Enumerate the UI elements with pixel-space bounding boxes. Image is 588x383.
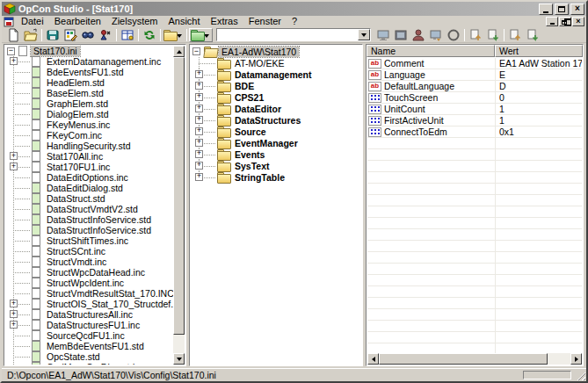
tree-root-item[interactable]: − Stat170.ini	[5, 46, 173, 56]
refresh-button[interactable]	[141, 28, 158, 42]
tree-item[interactable]: HandlingSecurity.std	[5, 141, 173, 151]
expander-icon[interactable]: +	[195, 162, 203, 170]
property-row[interactable]: Language E	[367, 69, 582, 81]
expander-icon[interactable]: +	[195, 150, 203, 158]
tree-item[interactable]: + Stat170All.inc	[5, 151, 173, 162]
property-row[interactable]: TouchScreen 0	[367, 92, 582, 104]
tree-item[interactable]: StructVmdtResultStat_170.INC	[5, 288, 173, 299]
window-grid-button[interactable]	[119, 28, 136, 42]
expander-icon[interactable]: +	[195, 93, 203, 101]
expander-icon[interactable]: −	[7, 47, 15, 55]
display-button[interactable]	[392, 28, 410, 42]
find-special-button[interactable]	[97, 28, 114, 42]
menu-item[interactable]: Datei	[16, 16, 49, 27]
tree-item[interactable]: MemBdeEventsFU1.std	[5, 341, 173, 351]
menu-item[interactable]: Ansicht	[163, 16, 205, 27]
resize-grip-icon[interactable]	[575, 370, 585, 380]
expander-icon[interactable]: +	[195, 70, 203, 78]
mdi-minimize-button[interactable]	[546, 17, 558, 26]
menu-item[interactable]: Extras	[206, 16, 243, 27]
expander-icon[interactable]: +	[195, 139, 203, 147]
tree-item[interactable]: OpcState.std	[5, 351, 173, 362]
monitor-transfer-button[interactable]	[427, 28, 445, 42]
upload-button[interactable]	[467, 28, 484, 42]
mdi-close-button[interactable]: ×	[572, 17, 584, 26]
scrollbar-thumb[interactable]	[379, 353, 548, 365]
user-button[interactable]	[410, 28, 427, 42]
scrollbar-thumb[interactable]	[173, 57, 185, 335]
scroll-down-button[interactable]	[173, 353, 185, 365]
edit-document-button[interactable]	[62, 28, 79, 42]
tree-item[interactable]: GraphElem.std	[5, 98, 173, 109]
tree-item[interactable]: HeadElem.std	[5, 77, 173, 88]
folder-item[interactable]: + BDE	[191, 80, 361, 91]
tree-item[interactable]: DialogElem.std	[5, 109, 173, 119]
folder-item[interactable]: + Source	[191, 126, 361, 137]
tree-item[interactable]: + Stat170FU1.inc	[5, 162, 173, 172]
folder-dropdown-button[interactable]	[163, 28, 185, 42]
folder-item[interactable]: + Events	[191, 148, 361, 160]
download-all-button[interactable]	[524, 28, 541, 42]
expander-icon[interactable]: +	[195, 116, 203, 124]
folder-item[interactable]: AT-MO/EKE	[191, 57, 361, 69]
expander-icon[interactable]: +	[195, 173, 203, 181]
tree-item[interactable]: BaseElem.std	[5, 88, 173, 98]
save-button[interactable]	[44, 28, 62, 42]
mdi-restore-button[interactable]	[559, 17, 571, 26]
folder-item[interactable]: + DataStructures	[191, 114, 361, 126]
tree-item[interactable]: + DataStructuresFU1.inc	[5, 320, 173, 330]
folder-item[interactable]: + DataEditor	[191, 103, 361, 114]
find-button[interactable]	[79, 28, 97, 42]
tree-item[interactable]: DataStructInfoService.std	[5, 214, 173, 225]
open-folder-button[interactable]	[22, 28, 40, 42]
tree-item[interactable]: StructWpcDataHead.inc	[5, 267, 173, 278]
tree-item[interactable]: OpdMessCorDiag.std	[5, 362, 173, 365]
new-file-button[interactable]	[4, 28, 22, 42]
expander-icon[interactable]: +	[195, 105, 203, 112]
property-row[interactable]: Comment EA1 AdW Station 170 , Sta	[367, 58, 582, 69]
tree-item[interactable]: + StructOIS_Stat_170_Structdef.INC	[5, 299, 173, 309]
menu-item[interactable]: ?	[287, 16, 302, 27]
tree-item[interactable]: StructShiftTimes.inc	[5, 235, 173, 246]
expander-icon[interactable]: +	[10, 163, 18, 170]
expander-icon[interactable]: +	[195, 82, 203, 90]
download-button[interactable]	[484, 28, 502, 42]
tree-item[interactable]: BdeEventsFU1.std	[5, 67, 173, 77]
folder-item[interactable]: + Datamanagement	[191, 69, 361, 80]
tree-item[interactable]: + DataStructuresAll.inc	[5, 309, 173, 320]
expander-icon[interactable]: +	[10, 321, 18, 329]
stop-button[interactable]	[445, 28, 462, 42]
tree-item[interactable]: FKeyCom.inc	[5, 130, 173, 141]
mdi-document-icon[interactable]	[4, 17, 14, 27]
property-row[interactable]: FirstActiveUnit 1	[367, 115, 582, 126]
property-row[interactable]: ConnectToEdm 0x1	[367, 126, 582, 138]
expander-icon[interactable]: +	[10, 152, 18, 160]
maximize-button[interactable]	[555, 4, 569, 15]
config-folder-dropdown-button[interactable]	[189, 28, 213, 42]
horizontal-scrollbar[interactable]	[367, 353, 582, 365]
tree-item[interactable]: DataStructVmdtV2.std	[5, 204, 173, 214]
tree-root-item[interactable]: − EA1-AdW\Stat170	[191, 46, 361, 57]
combobox-dropdown-button[interactable]	[358, 29, 370, 40]
tree-item[interactable]: StructSCnt.inc	[5, 246, 173, 257]
scroll-up-button[interactable]	[173, 46, 185, 57]
scroll-left-button[interactable]	[367, 353, 379, 365]
menu-item[interactable]: Bearbeiten	[49, 16, 106, 27]
target-select-combobox[interactable]	[216, 28, 371, 41]
column-header-wert[interactable]: Wert	[495, 45, 583, 57]
tree-item[interactable]: DataEditDialog.std	[5, 183, 173, 193]
expander-icon[interactable]: +	[10, 310, 18, 318]
tree-item[interactable]: DataStruct.std	[5, 193, 173, 204]
expander-icon[interactable]: +	[195, 127, 203, 135]
menu-item[interactable]: Fenster	[243, 16, 287, 27]
vertical-scrollbar[interactable]	[173, 46, 185, 365]
minimize-button[interactable]	[539, 4, 553, 15]
expander-icon[interactable]: −	[192, 47, 200, 55]
menu-item[interactable]: Zielsystem	[106, 16, 163, 27]
target-monitor-button[interactable]	[374, 28, 392, 42]
scroll-right-button[interactable]	[570, 353, 582, 365]
tree-item[interactable]: DataEditOptions.inc	[5, 172, 173, 183]
expander-icon[interactable]: +	[10, 300, 18, 307]
folder-item[interactable]: + SysText	[191, 160, 361, 171]
expander-icon[interactable]: +	[10, 57, 18, 65]
